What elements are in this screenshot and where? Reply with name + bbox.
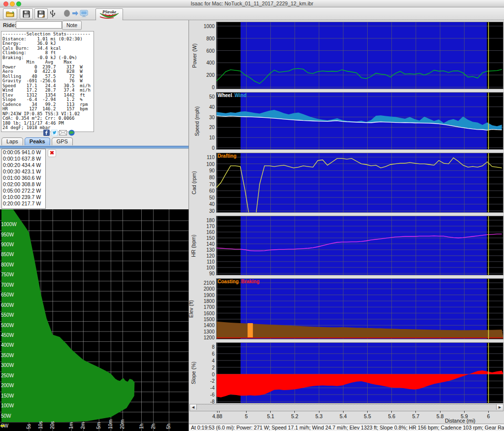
peak-row[interactable]: 0:02:00 308.8 W: [2, 181, 45, 188]
peak-row[interactable]: 0:01:00 360.6 W: [2, 175, 45, 181]
save-button[interactable]: [20, 8, 33, 19]
y-tick-label: 1300: [195, 329, 215, 334]
scrollbar-thumb[interactable]: [197, 404, 496, 410]
tab-gps[interactable]: GPS: [52, 137, 73, 145]
svg-text:400W: 400W: [1, 342, 14, 348]
peak-row[interactable]: 0:00:30 423.1 W: [2, 168, 45, 175]
x-tick-mark: [246, 411, 247, 413]
peak-row[interactable]: 0:00:10 637.8 W: [2, 156, 45, 162]
y-tick-label: 80: [195, 175, 215, 180]
red-x-icon: ✖: [50, 150, 54, 156]
y-tick-label: 50: [195, 94, 215, 99]
y-tick-label: 0: [195, 145, 215, 151]
x-tick-mark: [415, 411, 416, 413]
svg-text:20s: 20s: [50, 421, 55, 429]
email-icon[interactable]: [59, 130, 67, 135]
pstroke-button[interactable]: PStroke: [95, 8, 123, 21]
y-tick-label: 2: [195, 365, 215, 370]
svg-text:800W: 800W: [1, 262, 14, 267]
y-tick-label: -2: [195, 378, 215, 384]
speed-chart[interactable]: Speed (mph)50403020100 WheelWind: [189, 92, 504, 150]
x-tick-mark: [367, 411, 368, 413]
y-tick-label: 60: [195, 188, 215, 194]
y-tick-label: 50: [195, 195, 215, 200]
x-tick-mark: [294, 411, 295, 413]
power-y-axis: Power (W)10008006004002000: [189, 22, 216, 89]
y-tick-label: 400: [195, 60, 215, 66]
google-earth-icon[interactable]: [68, 130, 75, 136]
horizontal-scrollbar[interactable]: ◀ ▶: [189, 404, 504, 411]
y-tick-label: 180: [195, 218, 215, 223]
cadence-plot[interactable]: [216, 153, 504, 213]
peak-row[interactable]: 0:05:00 272.2 W: [2, 188, 45, 194]
elevation-chart[interactable]: Elev (ft)2100200019001800170016001500140…: [189, 278, 504, 339]
facebook-icon[interactable]: [43, 130, 50, 136]
elevation-y-axis: Elev (ft)2100200019001800170016001500140…: [189, 278, 216, 339]
computer-monitor-icon: [80, 10, 88, 17]
hr-y-axis: HR (bpm)18017016015014013012011010090: [189, 216, 216, 275]
hr-chart[interactable]: HR (bpm)18017016015014013012011010090: [189, 216, 504, 275]
y-tick-label: 90: [195, 271, 215, 276]
speed-plot[interactable]: [216, 92, 504, 150]
x-tick-label: 5.5: [359, 413, 376, 419]
send-to-computer-button[interactable]: [60, 8, 91, 18]
mean-max-power-chart[interactable]: 1000W950W900W850W800W750W700W650W600W550…: [0, 209, 189, 431]
y-tick-label: 140: [195, 241, 215, 247]
y-tick-label: 40: [195, 201, 215, 207]
ride-name-input[interactable]: [16, 21, 62, 29]
x-tick-mark: [270, 411, 271, 413]
cadence-chart[interactable]: Cad (rpm)11010090807060504030 Drafting: [189, 153, 504, 213]
y-tick-label: 30: [195, 115, 215, 120]
elevation-plot[interactable]: [216, 278, 504, 339]
y-tick-label: 800: [195, 36, 215, 41]
power-chart[interactable]: Power (W)10008006004002000: [189, 22, 504, 89]
y-tick-label: -4: [195, 385, 215, 391]
peak-row[interactable]: 0:00:05 941.0 W: [2, 149, 45, 156]
scroll-right-arrow[interactable]: ▶: [496, 404, 503, 410]
floppy-disk-save-as-icon: [37, 10, 45, 18]
y-tick-label: 110: [195, 155, 215, 160]
status-bar: At 0:19:53 (6.0 mi): Power: 271 W; Speed…: [189, 424, 504, 431]
tab-laps[interactable]: Laps: [1, 137, 23, 145]
y-tick-label: 2100: [195, 280, 215, 286]
x-tick-label: 5.1: [262, 413, 279, 419]
svg-text:450W: 450W: [1, 332, 14, 338]
svg-text:850W: 850W: [1, 252, 14, 257]
note-button[interactable]: Note: [62, 21, 82, 30]
hr-plot[interactable]: [216, 216, 504, 275]
svg-text:2m: 2m: [80, 422, 86, 429]
y-tick-label: 130: [195, 247, 215, 253]
slope-chart[interactable]: Slope (%)86420-2-4-6-8: [189, 342, 504, 403]
svg-text:5h: 5h: [166, 424, 171, 429]
delete-peak-button[interactable]: ✖: [48, 149, 56, 157]
y-tick-label: 10: [195, 135, 215, 140]
x-tick-mark: [217, 411, 218, 413]
y-tick-label: 1500: [195, 317, 215, 322]
y-tick-label: 1200: [195, 335, 215, 340]
x-tick-label: 6: [480, 413, 497, 419]
scroll-left-arrow[interactable]: ◀: [190, 404, 197, 410]
svg-text:1h: 1h: [139, 424, 144, 429]
tab-peaks[interactable]: Peaks: [25, 137, 50, 145]
peak-row[interactable]: 0:20:00 217.7 W: [2, 200, 45, 207]
title-bar: Isaac for Mac: NoTuck_01_11_2017_2229_12…: [0, 0, 504, 7]
usb-icon[interactable]: [48, 8, 57, 18]
svg-text:550W: 550W: [1, 312, 14, 318]
open-file-button[interactable]: [3, 8, 17, 19]
y-tick-label: 600: [195, 48, 215, 54]
peaks-list[interactable]: 0:00:05 941.0 W0:00:10 637.8 W0:00:20 43…: [1, 149, 46, 209]
y-tick-label: -6: [195, 392, 215, 398]
peak-row[interactable]: 0:10:00 239.7 W: [2, 194, 45, 200]
svg-text:50W: 50W: [1, 413, 11, 419]
save-as-button[interactable]: [34, 8, 48, 19]
ride-charts-pane: Power (W)10008006004002000 Speed (mph)50…: [189, 20, 504, 431]
power-plot[interactable]: [216, 22, 504, 89]
x-tick-mark: [440, 411, 441, 413]
slope-plot[interactable]: [216, 342, 504, 403]
x-tick-mark: [464, 411, 465, 413]
svg-text:650W: 650W: [1, 292, 14, 298]
svg-text:5s: 5s: [26, 424, 32, 429]
twitter-icon[interactable]: [51, 130, 58, 136]
distance-axis: Distance (mi) 4.8855.15.25.35.45.55.65.7…: [189, 411, 504, 424]
peak-row[interactable]: 0:00:20 434.4 W: [2, 162, 45, 168]
